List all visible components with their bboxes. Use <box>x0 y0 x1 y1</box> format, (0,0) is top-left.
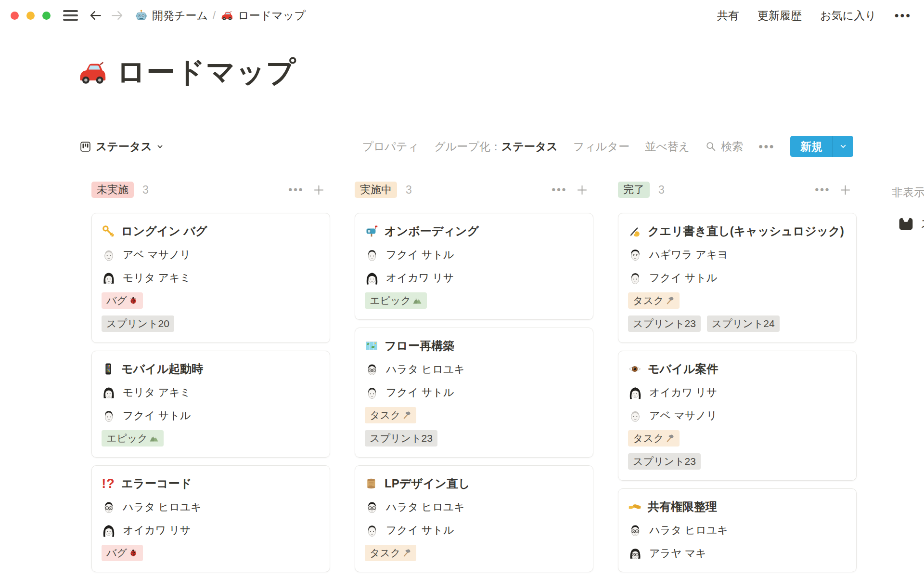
page-car-emoji-icon[interactable] <box>77 57 108 88</box>
group-by-button[interactable]: グループ化：ステータス <box>434 139 558 154</box>
mailbox-emoji-icon <box>365 224 378 238</box>
view-toolbar: ステータス プロパティ グループ化：ステータス フィルター 並べ替え 検索 ••… <box>79 135 853 158</box>
breadcrumb-page-label: ロードマップ <box>238 8 306 23</box>
card-title: LPデザイン直し <box>385 476 470 491</box>
column-count: 3 <box>658 184 665 197</box>
close-window-button[interactable] <box>11 12 19 20</box>
hidden-groups-toggle[interactable]: 非表示 <box>892 185 924 200</box>
assignee-name: ハギワラ アキヨ <box>649 248 728 262</box>
avatar <box>628 248 642 262</box>
updates-button[interactable]: 更新履歴 <box>757 8 802 23</box>
card-title: フロー再構築 <box>385 338 454 354</box>
world-map-emoji-icon <box>365 339 378 353</box>
key-emoji-icon <box>102 224 115 238</box>
card-title: エラーコード <box>121 476 192 491</box>
board-column-in-progress: 実施中 3 ••• オンボーディング フクイ サトル オイカワ リサ エピック … <box>355 179 593 572</box>
avatar <box>102 385 116 400</box>
card-title: モバイル起動時 <box>121 361 203 377</box>
search-button[interactable]: 検索 <box>705 139 743 154</box>
column-status-badge[interactable]: 完了 <box>618 182 650 198</box>
tag-sprint: スプリント23 <box>628 315 701 332</box>
ladybug-emoji-icon <box>128 548 138 558</box>
column-cards: クエリ書き直し(キャッシュロジック) ハギワラ アキヨ フクイ サトル タスク … <box>618 213 857 572</box>
forward-arrow-icon[interactable] <box>110 8 124 23</box>
toolbar-controls: プロパティ グループ化：ステータス フィルター 並べ替え 検索 ••• 新規 <box>362 136 853 157</box>
avatar <box>102 523 116 538</box>
card-longin-bug[interactable]: ロングイン バグ アベ マサノリ モリタ アキミ バグ スプリント20 <box>91 213 330 343</box>
new-button[interactable]: 新規 <box>790 136 853 157</box>
column-more-icon[interactable]: ••• <box>288 184 304 196</box>
chevron-down-icon <box>156 143 164 150</box>
minimize-window-button[interactable] <box>26 12 35 20</box>
column-more-icon[interactable]: ••• <box>815 184 830 196</box>
column-add-card-icon[interactable] <box>839 184 852 197</box>
tag-sprint: スプリント24 <box>707 315 780 332</box>
card-mobile-launch[interactable]: モバイル起動時 モリタ アキミ フクイ サトル エピック <box>91 351 330 458</box>
assignee-name: ハラタ ヒロユキ <box>123 500 202 514</box>
avatar <box>102 500 116 514</box>
card-flow-rebuild[interactable]: フロー再構築 ハラタ ヒロユキ フクイ サトル タスク スプリント23 <box>355 328 593 458</box>
column-status-badge[interactable]: 実施中 <box>355 182 397 198</box>
card-onboarding[interactable]: オンボーディング フクイ サトル オイカワ リサ エピック <box>355 213 593 320</box>
assignee-name: オイカワ リサ <box>649 385 717 400</box>
card-share-permissions[interactable]: 共有権限整理 ハラタ ヒロユキ アラヤ マキ <box>618 488 857 572</box>
assignee-name: アベ マサノリ <box>649 408 717 423</box>
column-add-card-icon[interactable] <box>312 184 325 197</box>
filter-button[interactable]: フィルター <box>573 139 629 154</box>
assignee-row: モリタ アキミ <box>102 385 320 400</box>
assignee-row: フクイ サトル <box>102 408 320 423</box>
column-add-card-icon[interactable] <box>576 184 589 197</box>
avatar <box>102 408 116 423</box>
card-lp-design[interactable]: LPデザイン直し ハラタ ヒロユキ フクイ サトル タスク <box>355 465 593 572</box>
zoom-window-button[interactable] <box>42 12 51 20</box>
view-more-options-icon[interactable]: ••• <box>758 141 775 153</box>
search-label: 検索 <box>721 139 743 154</box>
properties-button[interactable]: プロパティ <box>362 139 419 154</box>
breadcrumb-team[interactable]: 開発チーム <box>135 8 208 23</box>
handshake-emoji-icon <box>628 500 642 513</box>
view-selector[interactable]: ステータス <box>79 139 164 154</box>
assignee-name: フクイ サトル <box>386 523 454 538</box>
mountain-emoji-icon <box>412 296 422 305</box>
breadcrumb-page[interactable]: ロードマップ <box>220 8 306 23</box>
card-mobile-project[interactable]: モバイル案件 オイカワ リサ アベ マサノリ タスク スプリント23 <box>618 351 857 481</box>
tray-icon <box>897 215 915 233</box>
card-error-code[interactable]: !?エラーコード ハラタ ヒロユキ オイカワ リサ バグ <box>91 465 330 572</box>
page-header: ロードマップ <box>77 53 296 92</box>
board-view-icon <box>79 141 91 153</box>
assignee-row: フクイ サトル <box>628 270 847 286</box>
titlebar-actions: 共有 更新履歴 お気に入り ••• <box>717 8 911 23</box>
column-header: 実施中 3 ••• <box>355 179 593 200</box>
avatar <box>365 248 379 262</box>
assignee-name: オイカワ リサ <box>386 271 454 285</box>
tag-sprint: スプリント23 <box>365 430 437 447</box>
tag-task: タスク <box>628 292 680 309</box>
column-header: 完了 3 ••• <box>618 179 857 200</box>
assignee-name: フクイ サトル <box>386 248 454 262</box>
window-controls <box>11 12 51 20</box>
new-button-dropdown[interactable] <box>833 136 853 157</box>
avatar <box>628 385 642 400</box>
card-query-rewrite[interactable]: クエリ書き直し(キャッシュロジック) ハギワラ アキヨ フクイ サトル タスク … <box>618 213 857 343</box>
avatar <box>102 248 116 262</box>
column-status-badge[interactable]: 未実施 <box>91 182 134 198</box>
more-options-icon[interactable]: ••• <box>895 10 911 22</box>
sidebar-toggle-icon[interactable] <box>63 10 78 21</box>
view-name: ステータス <box>96 139 152 154</box>
assignee-row: アベ マサノリ <box>628 408 847 423</box>
card-title: 共有権限整理 <box>648 499 717 514</box>
back-arrow-icon[interactable] <box>89 8 103 23</box>
column-count: 3 <box>142 184 149 197</box>
page-title[interactable]: ロードマップ <box>116 53 296 92</box>
sort-button[interactable]: 並べ替え <box>645 139 690 154</box>
column-more-icon[interactable]: ••• <box>552 184 567 196</box>
assignee-name: ハラタ ヒロユキ <box>386 362 465 377</box>
assignee-row: ハラタ ヒロユキ <box>365 362 583 377</box>
tag-epic: エピック <box>365 292 427 309</box>
hidden-group-row[interactable]: ス <box>897 215 924 233</box>
avatar <box>365 271 379 285</box>
share-button[interactable]: 共有 <box>717 8 739 23</box>
favorites-button[interactable]: お気に入り <box>820 8 876 23</box>
avatar <box>628 408 642 423</box>
new-button-label[interactable]: 新規 <box>790 136 833 157</box>
